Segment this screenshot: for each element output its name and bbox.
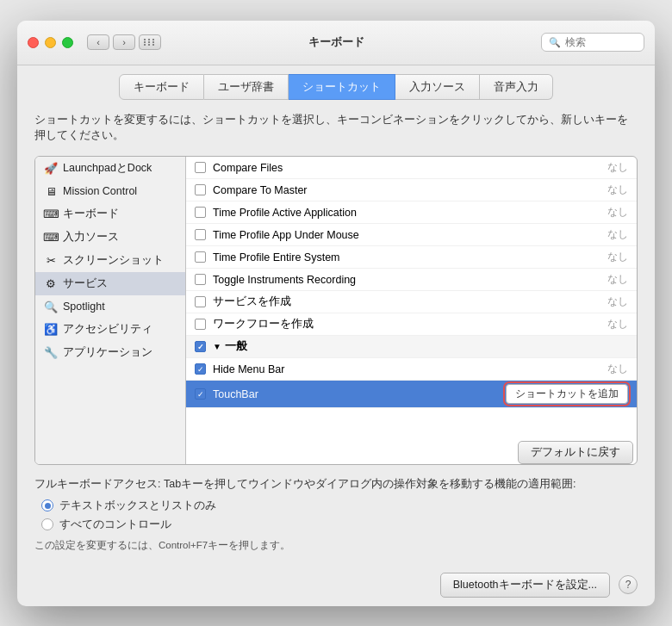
table-row[interactable]: Time Profile Active Application なし <box>186 201 637 224</box>
keyboard-access-hint: この設定を変更するには、Control+F7キーを押します。 <box>34 539 638 552</box>
traffic-lights <box>28 37 73 48</box>
sidebar-item-spotlight[interactable]: 🔍 Spotlight <box>35 295 185 318</box>
window-bottom: Bluetoothキーボードを設定... ? <box>17 564 655 606</box>
bluetooth-button[interactable]: Bluetoothキーボードを設定... <box>440 573 610 598</box>
radio-item-textboxes[interactable]: テキストボックスとリストのみ <box>41 499 638 513</box>
section-label: ▼ 一般 <box>213 339 628 354</box>
checkbox[interactable] <box>195 251 206 263</box>
search-icon: 🔍 <box>549 37 561 48</box>
checkbox[interactable] <box>195 388 206 400</box>
minimize-button[interactable] <box>45 37 56 48</box>
screenshot-icon: ✂ <box>44 254 58 268</box>
add-shortcut-button[interactable]: ショートカットを追加 <box>506 384 628 404</box>
checkbox[interactable] <box>195 274 206 285</box>
shortcut-key: なし <box>607 317 628 332</box>
table-row[interactable]: Time Profile Entire System なし <box>186 246 637 269</box>
zoom-button[interactable] <box>62 37 73 48</box>
sidebar-item-launchpad[interactable]: 🚀 LaunchpadとDock <box>35 157 185 180</box>
shortcut-key: なし <box>607 160 628 175</box>
tab-input-source[interactable]: 入力ソース <box>395 74 480 100</box>
sidebar-item-label: LaunchpadとDock <box>63 161 152 176</box>
table-row[interactable]: ワークフローを作成 なし <box>186 313 637 336</box>
radio-item-all[interactable]: すべてのコントロール <box>41 518 638 532</box>
main-window: ‹ › キーボード 🔍 キーボード ユーザ辞書 ショートカット 入力ソース 音声… <box>17 21 655 606</box>
shortcut-name: Time Profile App Under Mouse <box>213 229 600 241</box>
sidebar-item-accessibility[interactable]: ♿ アクセシビリティ <box>35 318 185 341</box>
table-row[interactable]: サービスを作成 なし <box>186 291 637 313</box>
sidebar-item-label: アクセシビリティ <box>63 322 152 337</box>
sidebar-item-label: アプリケーション <box>63 345 152 360</box>
sidebar: 🚀 LaunchpadとDock 🖥 Mission Control ⌨ キーボ… <box>35 157 186 464</box>
tab-voice-input[interactable]: 音声入力 <box>480 74 553 100</box>
nav-buttons: ‹ › <box>87 34 135 50</box>
search-input[interactable] <box>565 36 634 48</box>
shortcut-list: Compare Files なし Compare To Master なし Ti… <box>186 157 637 436</box>
checkbox[interactable] <box>195 341 206 352</box>
checkbox[interactable] <box>195 363 206 375</box>
radio-label: テキストボックスとリストのみ <box>59 499 216 513</box>
titlebar: ‹ › キーボード 🔍 <box>17 21 655 65</box>
spotlight-icon: 🔍 <box>44 300 58 313</box>
default-button[interactable]: デフォルトに戻す <box>518 441 633 464</box>
table-row[interactable]: Toggle Instruments Recording なし <box>186 269 637 291</box>
close-button[interactable] <box>28 37 39 48</box>
back-button[interactable]: ‹ <box>87 34 109 50</box>
sidebar-item-label: Spotlight <box>63 301 105 313</box>
triangle-icon: ▼ <box>213 342 221 351</box>
sidebar-item-label: サービス <box>63 276 108 291</box>
checkbox[interactable] <box>195 184 206 195</box>
shortcut-name: TouchBar <box>213 388 499 400</box>
table-row[interactable]: Time Profile App Under Mouse なし <box>186 224 637 246</box>
checkbox[interactable] <box>195 296 206 307</box>
table-row[interactable]: Compare To Master なし <box>186 179 637 201</box>
shortcut-name: ワークフローを作成 <box>213 317 600 332</box>
keyboard-access-title: フルキーボードアクセス: Tabキーを押してウインドウやダイアログ内の操作対象を… <box>34 477 638 492</box>
sidebar-item-services[interactable]: ⚙ サービス <box>35 272 185 295</box>
tab-shortcuts[interactable]: ショートカット <box>289 74 395 100</box>
shortcut-name: Toggle Instruments Recording <box>213 274 600 286</box>
shortcut-name: Compare To Master <box>213 184 600 196</box>
checkbox[interactable] <box>195 207 206 218</box>
section-header-general[interactable]: ▼ 一般 <box>186 336 637 358</box>
sidebar-item-mission[interactable]: 🖥 Mission Control <box>35 180 185 202</box>
sidebar-item-input[interactable]: ⌨ 入力ソース <box>35 226 185 249</box>
sidebar-item-apps[interactable]: 🔧 アプリケーション <box>35 341 185 364</box>
window-title: キーボード <box>308 34 364 50</box>
grid-icon <box>144 39 156 46</box>
tab-user-dict[interactable]: ユーザ辞書 <box>204 74 289 100</box>
shortcut-key: なし <box>607 294 628 309</box>
checkbox[interactable] <box>195 229 206 240</box>
shortcut-key: なし <box>607 272 628 287</box>
tab-keyboard[interactable]: キーボード <box>119 74 204 100</box>
shortcut-key: なし <box>607 205 628 220</box>
table-row-selected[interactable]: TouchBar ショートカットを追加 <box>186 381 637 408</box>
sidebar-item-keyboard[interactable]: ⌨ キーボード <box>35 202 185 226</box>
table-row[interactable]: Compare Files なし <box>186 157 637 179</box>
services-icon: ⚙ <box>44 277 58 291</box>
radio-circle[interactable] <box>41 518 53 530</box>
help-button[interactable]: ? <box>619 575 638 594</box>
shortcut-key: なし <box>607 227 628 242</box>
main-panel: 🚀 LaunchpadとDock 🖥 Mission Control ⌨ キーボ… <box>34 156 638 465</box>
shortcut-key: なし <box>607 250 628 264</box>
sidebar-item-label: キーボード <box>63 207 119 221</box>
forward-button[interactable]: › <box>113 34 135 50</box>
shortcut-name: Compare Files <box>213 162 600 174</box>
sidebar-item-label: Mission Control <box>63 185 137 197</box>
checkbox[interactable] <box>195 319 206 330</box>
grid-button[interactable] <box>139 34 161 50</box>
table-row[interactable]: Hide Menu Bar なし <box>186 358 637 381</box>
mission-icon: 🖥 <box>44 184 58 198</box>
shortcut-key: なし <box>607 183 628 197</box>
sidebar-item-screenshot[interactable]: ✂ スクリーンショット <box>35 249 185 272</box>
radio-group: テキストボックスとリストのみ すべてのコントロール <box>41 499 638 532</box>
shortcut-name: サービスを作成 <box>213 294 600 309</box>
bottom-bar: デフォルトに戻す <box>186 436 637 464</box>
shortcut-name: Hide Menu Bar <box>213 363 600 375</box>
checkbox[interactable] <box>195 162 206 173</box>
keyboard-access-section: フルキーボードアクセス: Tabキーを押してウインドウやダイアログ内の操作対象を… <box>34 477 638 552</box>
search-box[interactable]: 🔍 <box>541 33 644 52</box>
radio-circle[interactable] <box>41 499 53 511</box>
description-text: ショートカットを変更するには、ショートカットを選択し、キーコンビネーションをクリ… <box>34 112 638 145</box>
radio-label: すべてのコントロール <box>59 518 171 532</box>
